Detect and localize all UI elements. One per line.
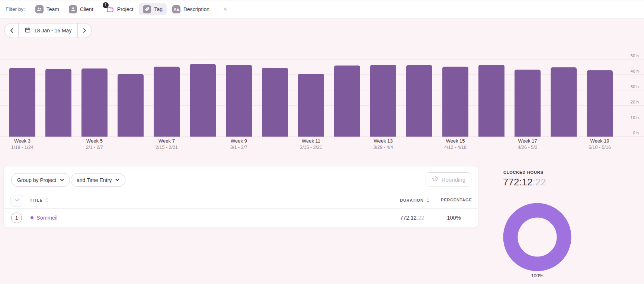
bar-week-11 (298, 74, 324, 137)
y-axis-tick: 20 h (631, 100, 639, 104)
filter-bar: Filter by: Team Client 1 Project Tag Aa … (0, 0, 644, 18)
sort-desc-icon (426, 198, 430, 203)
group-by-dropdown[interactable]: Group by Project (11, 173, 70, 187)
bar-week-14 (406, 65, 432, 137)
filter-description-label: Description (183, 6, 209, 12)
calendar-icon (25, 27, 31, 35)
bar-week-12 (334, 66, 360, 137)
people-icon (35, 5, 44, 13)
filter-client-label: Client (80, 6, 93, 12)
bar-week-18 (551, 67, 577, 137)
filter-tag[interactable]: Tag (139, 3, 167, 15)
y-axis-tick: 40 h (631, 69, 639, 73)
filter-project[interactable]: 1 Project (106, 5, 134, 13)
bar-week-6 (118, 74, 144, 137)
filter-team[interactable]: Team (35, 5, 59, 13)
bar-week-10 (262, 68, 288, 137)
bar-week-7 (154, 67, 180, 137)
x-axis-label: Week 133/29 - 4/4 (374, 138, 393, 150)
chevron-down-icon (115, 179, 119, 181)
bar-week-16 (478, 65, 504, 137)
tag-icon (143, 5, 151, 13)
history-clock-icon (432, 175, 439, 184)
clear-filters-icon[interactable]: ✕ (221, 4, 229, 14)
x-axis-label: Week 113/15 - 3/21 (300, 138, 322, 150)
select-all-rows-button[interactable] (10, 194, 23, 207)
y-axis-tick: 0 h (633, 131, 639, 135)
sort-icon (45, 198, 49, 203)
x-axis-label: Week 154/12 - 4/18 (444, 138, 467, 150)
report-card: Group by Project and Time Entry Rounding… (4, 166, 478, 227)
column-header-duration[interactable]: DURATION (400, 198, 430, 203)
clocked-hours-label: CLOCKED HOURS (503, 170, 544, 175)
filter-description[interactable]: Aa Description (172, 5, 209, 13)
date-range-label: 18 Jan - 16 May (34, 28, 71, 33)
chevron-down-icon (15, 199, 19, 202)
filter-by-label: Filter by: (6, 6, 25, 12)
bar-week-9 (226, 65, 252, 137)
row-index-badge: 1 (11, 213, 22, 223)
folder-icon (106, 8, 114, 15)
table-header-divider (4, 208, 478, 209)
subgroup-dropdown[interactable]: and Time Entry (71, 173, 125, 187)
donut-slice (510, 210, 564, 264)
project-filter-count-badge: 1 (103, 2, 109, 8)
date-range-button[interactable]: 18 Jan - 16 May (18, 23, 78, 38)
bar-week-8 (190, 64, 216, 137)
chevron-down-icon (60, 179, 64, 181)
project-color-dot (31, 216, 33, 219)
clocked-hours-value: 772:12:22 (503, 176, 546, 188)
previous-period-button[interactable] (5, 23, 18, 38)
filter-tag-label: Tag (154, 6, 163, 12)
row-duration: 772:12:22 (383, 215, 424, 221)
gridline (0, 59, 644, 60)
x-axis-label: Week 195/10 - 5/16 (589, 138, 611, 150)
row-percentage: 100% (437, 215, 471, 221)
column-header-percentage[interactable]: PERCENTAGE (441, 198, 472, 202)
next-period-button[interactable] (78, 23, 91, 38)
x-axis-label: Week 31/18 - 1/24 (11, 138, 33, 150)
y-axis-tick: 50 h (631, 54, 639, 58)
x-axis-label: Week 52/1 - 2/7 (86, 138, 103, 150)
row-project-link[interactable]: Sommeil (36, 215, 57, 221)
weekly-hours-bar-chart: 0 h10 h20 h30 h40 h50 h (0, 41, 644, 137)
group-by-label: Group by Project (17, 177, 56, 183)
rounding-button[interactable]: Rounding (426, 172, 471, 186)
chart-x-axis-labels: Week 31/18 - 1/24Week 52/1 - 2/7Week 72/… (0, 138, 644, 154)
x-axis-label: Week 93/1 - 3/7 (230, 138, 247, 150)
bar-week-4 (45, 69, 71, 137)
person-icon (69, 5, 77, 13)
filter-team-label: Team (47, 6, 59, 12)
column-header-title[interactable]: TITLE (30, 198, 49, 203)
filter-project-label: Project (117, 6, 134, 12)
bar-week-13 (370, 65, 396, 137)
filter-client[interactable]: Client (69, 5, 93, 13)
text-icon: Aa (172, 5, 180, 13)
bar-week-19 (587, 70, 613, 137)
date-range-navigator: 18 Jan - 16 May (4, 23, 92, 38)
percentage-donut-chart (503, 203, 571, 271)
rounding-label: Rounding (442, 176, 465, 183)
x-axis-label: Week 72/15 - 2/21 (156, 138, 178, 150)
bar-week-17 (515, 70, 541, 137)
y-axis-tick: 30 h (631, 84, 639, 89)
donut-percentage-label: 100% (522, 273, 552, 278)
bar-week-3 (9, 68, 35, 137)
bar-week-15 (442, 67, 468, 137)
y-axis-tick: 10 h (631, 115, 639, 120)
time-report-page: { "colors": { "page_bg": "#fcf3f6", "bar… (0, 0, 644, 284)
subgroup-label: and Time Entry (77, 177, 112, 183)
x-axis-label: Week 174/26 - 5/2 (518, 138, 538, 150)
bar-week-5 (81, 68, 108, 137)
